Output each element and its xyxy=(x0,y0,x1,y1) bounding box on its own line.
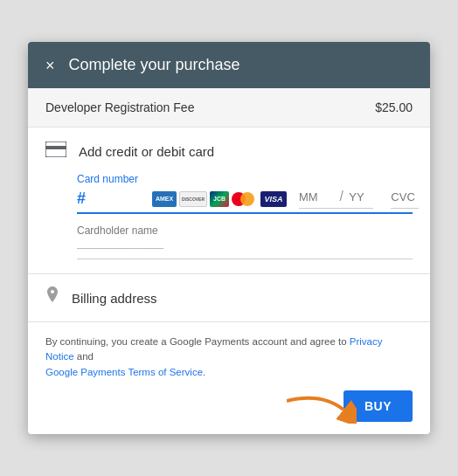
expiry-cvc-row: / xyxy=(299,189,419,209)
cardholder-name-input[interactable] xyxy=(77,241,413,259)
close-button[interactable]: × xyxy=(45,58,55,73)
billing-section[interactable]: Billing address xyxy=(28,274,430,322)
location-icon xyxy=(45,286,59,309)
cvc-field xyxy=(391,189,419,209)
cardholder-name-row: Cardholder name xyxy=(77,224,413,259)
mastercard-logo xyxy=(232,191,258,207)
slash-separator: / xyxy=(336,189,347,204)
footer: By continuing, you create a Google Payme… xyxy=(28,322,430,434)
credit-card-icon xyxy=(45,141,66,161)
card-logos: AMEX DISCOVER JCB VISA xyxy=(152,191,287,207)
terms-text-3: . xyxy=(203,367,205,377)
card-section: Add credit or debit card Card number # A… xyxy=(28,128,430,274)
dialog-header: × Complete your purchase xyxy=(28,42,430,88)
orange-arrow-icon xyxy=(287,392,357,424)
visa-logo: VISA xyxy=(260,191,287,207)
amex-logo: AMEX xyxy=(152,191,177,207)
card-number-input[interactable] xyxy=(94,192,147,206)
hash-icon: # xyxy=(77,190,86,208)
terms-text-2: and xyxy=(74,351,94,362)
svg-rect-1 xyxy=(45,146,66,149)
expiry-field: / xyxy=(299,189,373,209)
fee-label: Developer Registration Fee xyxy=(45,100,194,114)
fee-row: Developer Registration Fee $25.00 xyxy=(28,88,430,128)
terms-text-1: By continuing, you create a Google Payme… xyxy=(45,336,350,347)
cardholder-name-label: Cardholder name xyxy=(77,224,413,237)
footer-bottom: BUY xyxy=(45,390,413,422)
card-section-header: Add credit or debit card xyxy=(45,141,413,161)
purchase-dialog: × Complete your purchase Developer Regis… xyxy=(28,42,430,434)
expiry-yy-input[interactable] xyxy=(349,190,373,204)
card-number-label: Card number xyxy=(77,173,413,185)
fee-amount: $25.00 xyxy=(375,100,413,114)
billing-label: Billing address xyxy=(72,291,157,306)
card-number-row: # AMEX DISCOVER JCB VISA xyxy=(77,189,413,214)
card-section-title: Add credit or debit card xyxy=(79,144,214,159)
terms-text: By continuing, you create a Google Payme… xyxy=(45,335,413,380)
card-fields: Card number # AMEX DISCOVER JCB VISA xyxy=(77,173,413,259)
terms-of-service-link[interactable]: Google Payments Terms of Service xyxy=(45,367,203,377)
expiry-mm-input[interactable] xyxy=(299,190,334,204)
cvc-input[interactable] xyxy=(391,190,419,204)
dialog-title: Complete your purchase xyxy=(69,56,240,74)
jcb-logo: JCB xyxy=(210,191,229,207)
discover-logo: DISCOVER xyxy=(179,191,207,207)
